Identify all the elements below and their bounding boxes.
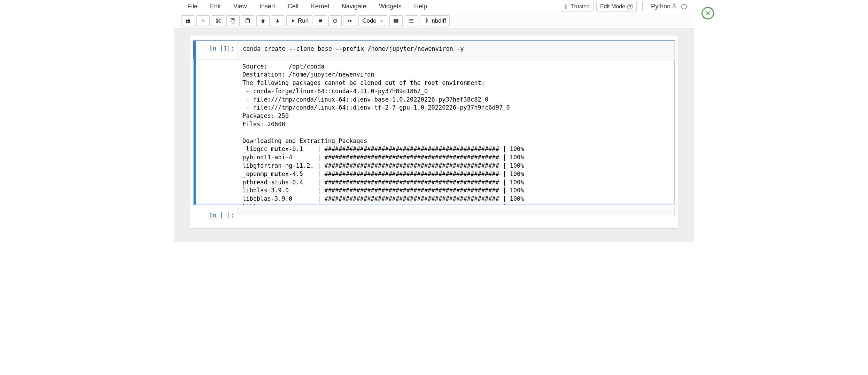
- nbdiff-button[interactable]: nbdiff: [420, 15, 450, 26]
- paste-icon: [245, 18, 250, 24]
- cut-button[interactable]: [212, 15, 225, 26]
- divider: [642, 2, 643, 11]
- menu-file[interactable]: File: [181, 0, 204, 13]
- menu-bar: File Edit View Insert Cell Kernel Naviga…: [174, 0, 694, 13]
- edit-mode-indicator[interactable]: Edit Mode ?: [596, 2, 637, 11]
- restart-run-all-button[interactable]: [343, 15, 356, 26]
- svg-rect-0: [319, 19, 322, 22]
- svg-point-1: [426, 20, 427, 22]
- copy-icon: [230, 18, 236, 24]
- nbdiff-label: nbdiff: [432, 17, 446, 24]
- menu-right: ▬ Trusted Edit Mode ? Python 3: [561, 2, 687, 11]
- copy-button[interactable]: [226, 15, 240, 26]
- cell-type-select[interactable]: Code: [358, 15, 387, 26]
- move-down-button[interactable]: [271, 15, 284, 26]
- menu-cell[interactable]: Cell: [281, 0, 305, 13]
- git-icon: [424, 18, 429, 24]
- code-cell[interactable]: In [1]: conda create --clone base --pref…: [193, 40, 675, 205]
- close-button[interactable]: [702, 7, 714, 19]
- arrow-down-icon: [275, 18, 280, 24]
- keyboard-icon: [393, 18, 399, 24]
- cell-selection-marker: [193, 208, 196, 223]
- menu-kernel[interactable]: Kernel: [305, 0, 335, 13]
- close-icon: [704, 10, 711, 17]
- edit-mode-label: Edit Mode: [600, 3, 625, 10]
- toolbar: Run Code nbdiff: [174, 13, 694, 29]
- menu-items: File Edit View Insert Cell Kernel Naviga…: [181, 0, 433, 13]
- command-palette-button[interactable]: [389, 15, 403, 26]
- stop-icon: [318, 18, 323, 24]
- cut-icon: [216, 18, 221, 24]
- help-icon: ?: [627, 4, 633, 9]
- kernel-name[interactable]: Python 3: [648, 3, 679, 10]
- restart-button[interactable]: [328, 15, 342, 26]
- code-input[interactable]: conda create --clone base --prefix /home…: [238, 41, 675, 57]
- menu-navigate[interactable]: Navigate: [335, 0, 373, 13]
- menu-edit[interactable]: Edit: [204, 0, 227, 13]
- menu-help[interactable]: Help: [408, 0, 433, 13]
- run-button[interactable]: Run: [286, 15, 312, 26]
- run-label: Run: [298, 17, 309, 24]
- output-area[interactable]: Source: /opt/conda Destination: /home/ju…: [193, 59, 675, 205]
- restart-icon: [332, 18, 338, 24]
- fast-forward-icon: [347, 18, 352, 24]
- toc-button[interactable]: [405, 15, 418, 26]
- code-input[interactable]: [238, 208, 675, 215]
- menu-widgets[interactable]: Widgets: [373, 0, 408, 13]
- notebook-container: In [1]: conda create --clone base --pref…: [190, 35, 678, 228]
- arrow-up-icon: [260, 18, 266, 24]
- move-up-button[interactable]: [256, 15, 270, 26]
- eject-icon: ▬: [564, 5, 569, 9]
- trusted-indicator[interactable]: ▬ Trusted: [561, 2, 594, 11]
- add-cell-button[interactable]: [196, 15, 210, 26]
- kernel-indicator-icon[interactable]: [681, 4, 687, 9]
- paste-button[interactable]: [241, 15, 254, 26]
- save-button[interactable]: [181, 15, 194, 26]
- input-prompt: In [ ]:: [196, 208, 238, 223]
- trusted-label: Trusted: [571, 3, 590, 10]
- code-cell[interactable]: In [ ]:: [193, 207, 675, 223]
- menu-view[interactable]: View: [227, 0, 253, 13]
- notebook-background: In [1]: conda create --clone base --pref…: [174, 29, 694, 242]
- plus-icon: [200, 18, 206, 24]
- interrupt-button[interactable]: [314, 15, 327, 26]
- play-icon: [290, 18, 296, 24]
- list-icon: [409, 18, 414, 24]
- save-icon: [185, 18, 191, 24]
- menu-insert[interactable]: Insert: [253, 0, 281, 13]
